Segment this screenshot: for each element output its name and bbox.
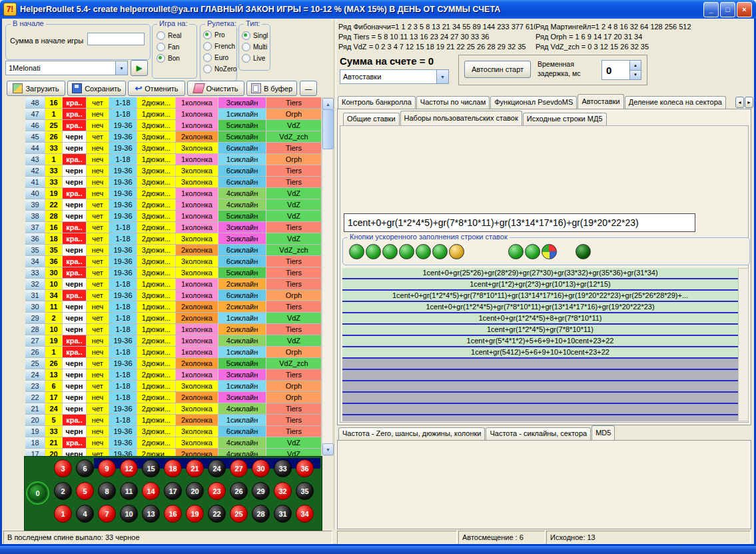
radio-multi[interactable]: Multi	[242, 41, 268, 53]
spin-row[interactable]: 3828чернчет19-363дюжи...1колонка5сиклайн…	[25, 211, 322, 222]
board-number-1[interactable]: 1	[54, 505, 72, 523]
sub-tab-2[interactable]: Исходные строки МД5	[523, 113, 607, 125]
undo-button[interactable]: ↩Отменить	[128, 81, 185, 96]
board-number-18[interactable]: 18	[164, 459, 182, 477]
chevron-down-icon[interactable]: ▼	[436, 70, 448, 83]
board-number-22[interactable]: 22	[208, 505, 226, 523]
board-number-33[interactable]: 33	[274, 459, 292, 477]
board-number-15[interactable]: 15	[142, 459, 160, 477]
bet-row[interactable]: 1cent+gr(1*2)+gr(2*3)+gr(10*13)+gr(12*15…	[342, 279, 738, 291]
spin-row[interactable]: 2810чернчет1-181дюжи...1колонка2сиклайнT…	[25, 324, 322, 335]
board-number-26[interactable]: 26	[230, 482, 248, 500]
board-number-32[interactable]: 32	[274, 482, 292, 500]
board-number-8[interactable]: 8	[98, 482, 116, 500]
preset-select[interactable]: 1Melonati ▼	[5, 61, 128, 75]
minimize-button[interactable]: _	[703, 2, 719, 17]
spin-row[interactable]: 2719кра..неч19-362дюжи...1колонка4сиклай…	[25, 335, 322, 347]
board-number-14[interactable]: 14	[142, 482, 160, 500]
spin-row[interactable]: 4816кра..чет1-182дюжи...1колонка3сиклайн…	[25, 97, 322, 109]
spin-row[interactable]: 3210чернчет1-181дюжи...1колонка2сиклайнT…	[25, 279, 322, 290]
chip-button-green[interactable]	[382, 244, 398, 259]
bet-list-scrollbar[interactable]	[738, 268, 749, 421]
chip-button-green[interactable]	[525, 244, 540, 259]
mode-select[interactable]: Автоставки ▼	[340, 69, 449, 84]
bet-row[interactable]: 1cent+gr(5412)+5+6+9+10+10cent+23+22	[342, 347, 738, 359]
board-number-16[interactable]: 16	[164, 505, 182, 523]
board-number-9[interactable]: 9	[98, 459, 116, 477]
chip-button-green[interactable]	[416, 244, 431, 259]
spin-row[interactable]: 2124чернчет19-362дюжи...3колонка4сиклайн…	[25, 403, 322, 415]
spin-row[interactable]: 3436кра..чет19-363дюжи...3колонка6сиклай…	[25, 256, 322, 267]
board-number-11[interactable]: 11	[120, 482, 138, 500]
main-tab-1[interactable]: Частоты по числам	[416, 96, 490, 109]
main-tab-3[interactable]: Автоставки	[577, 94, 623, 109]
chip-button-green[interactable]	[366, 244, 381, 259]
board-number-24[interactable]: 24	[208, 459, 226, 477]
close-button[interactable]: ×	[737, 2, 752, 17]
board-number-6[interactable]: 6	[76, 459, 94, 477]
spin-row[interactable]: 4526чернчет19-363дюжи...2колонка5сиклайн…	[25, 131, 322, 143]
table-scrollbar[interactable]: ▲ ▼	[322, 97, 333, 456]
bet-list[interactable]: 1cent+0+gr(25*26)+gr(28*29)+gr(27*30)+gr…	[342, 268, 738, 421]
spin-row[interactable]: 2413черннеч1-182дюжи...1колонка3сиклайнT…	[25, 369, 322, 381]
board-number-10[interactable]: 10	[120, 505, 138, 523]
bet-row[interactable]: 1cent+0+gr(1*2*4*5)+gr(7*8*10*11)+gr(13*…	[342, 302, 738, 313]
tab-scroll-left-icon[interactable]: ◄	[735, 97, 744, 108]
collapse-button[interactable]: —	[300, 81, 317, 96]
autospin-button[interactable]: Автоспин старт	[464, 61, 531, 78]
board-number-29[interactable]: 29	[252, 482, 270, 500]
maximize-button[interactable]: □	[720, 2, 735, 17]
bet-row[interactable]: 1cent+0+gr(1*2*4*5)+gr(7*8*10*11)+gr(13*…	[342, 291, 738, 302]
spin-row[interactable]: 261кра..неч1-181дюжи...1колонка1сиклайнO…	[25, 347, 322, 358]
spin-row[interactable]: 4133черннеч19-363дюжи...3колонка6сиклайн…	[25, 177, 322, 188]
start-sum-input[interactable]	[87, 33, 145, 45]
delay-spinner[interactable]: 0 ▲ ▼	[601, 60, 641, 80]
radio-bon[interactable]: Bon	[157, 53, 182, 64]
load-button[interactable]: Загрузить	[7, 81, 65, 96]
sub-tab-0[interactable]: Общие ставки	[343, 113, 400, 125]
chevron-down-icon[interactable]: ▼	[115, 61, 127, 75]
spin-row[interactable]: 3330кра..чет19-363дюжи...3колонка5сиклай…	[25, 267, 322, 279]
board-number-13[interactable]: 13	[142, 505, 160, 523]
scroll-up-icon[interactable]: ▲	[322, 98, 334, 110]
spin-row[interactable]: 3922чернчет19-362дюжи...1колонка4сиклайн…	[25, 199, 322, 211]
bet-row[interactable]: 1cent+gr(5*4*1*2)+5+6+9+10+10cent+23+22	[342, 336, 738, 347]
spin-row[interactable]: 1933черннеч19-363дюжи...3колонка6сиклайн…	[25, 426, 322, 437]
spin-row[interactable]: 471кра..неч1-181дюжи...1колонка1сиклайнO…	[25, 109, 322, 120]
main-tab-0[interactable]: Контроль банкролла	[338, 96, 416, 109]
play-button[interactable]: ▶	[131, 60, 148, 76]
radio-euro[interactable]: Euro	[203, 52, 236, 63]
spinner-up-icon[interactable]: ▲	[630, 61, 641, 71]
scrollbar-thumb[interactable]	[322, 109, 334, 149]
spin-row[interactable]: 2217черннеч1-182дюжи...2колонка3сиклайнO…	[25, 392, 322, 403]
spin-row[interactable]: 4233черннеч19-363дюжи...3колонка6сиклайн…	[25, 165, 322, 177]
scroll-down-icon[interactable]: ▼	[322, 443, 334, 455]
board-number-36[interactable]: 36	[296, 459, 314, 477]
spin-row[interactable]: 431кра..неч1-181дюжи...1колонка1сиклайнO…	[25, 154, 322, 165]
chip-button-dark[interactable]	[575, 244, 591, 259]
bet-row[interactable]: 1cent+0+gr(1*2*4*5)+8+gr(7*8*10*11)	[342, 313, 738, 325]
board-number-27[interactable]: 27	[230, 459, 248, 477]
radio-fan[interactable]: Fan	[157, 41, 182, 53]
spin-row[interactable]: 3716кра..чет1-182дюжи...1колонка3сиклайн…	[25, 222, 322, 233]
main-tab-4[interactable]: Деление колеса на сектора	[625, 96, 726, 109]
buffer-button[interactable]: В буфер	[246, 81, 297, 96]
save-button[interactable]: Сохранить	[67, 81, 126, 96]
chip-button-green[interactable]	[349, 244, 364, 259]
tab-scroll-right-icon[interactable]: ►	[745, 97, 753, 108]
board-number-30[interactable]: 30	[252, 459, 270, 477]
spin-row[interactable]: 1821кра..неч19-362дюжи...3колонка4сиклай…	[25, 437, 322, 449]
radio-live[interactable]: Live	[242, 53, 268, 64]
board-number-35[interactable]: 35	[296, 482, 314, 500]
chip-button-multi[interactable]	[542, 244, 557, 259]
spin-row[interactable]: 2526чернчет19-363дюжи...2колонка5сиклайн…	[25, 358, 322, 369]
spin-row[interactable]: 205кра..неч1-181дюжи...2колонка1сиклайнT…	[25, 415, 322, 426]
radio-pro[interactable]: Pro	[203, 29, 236, 41]
spin-row[interactable]: 292чернчет1-181дюжи...2колонка1сиклайнVd…	[25, 313, 322, 324]
board-number-4[interactable]: 4	[76, 505, 94, 523]
board-number-31[interactable]: 31	[274, 505, 292, 523]
board-number-2[interactable]: 2	[54, 482, 72, 500]
bottom-tab-0[interactable]: Частота - Zero, шансы, дюжины, колонки	[338, 427, 485, 440]
board-number-34[interactable]: 34	[296, 505, 314, 523]
chip-button-green[interactable]	[508, 244, 524, 259]
